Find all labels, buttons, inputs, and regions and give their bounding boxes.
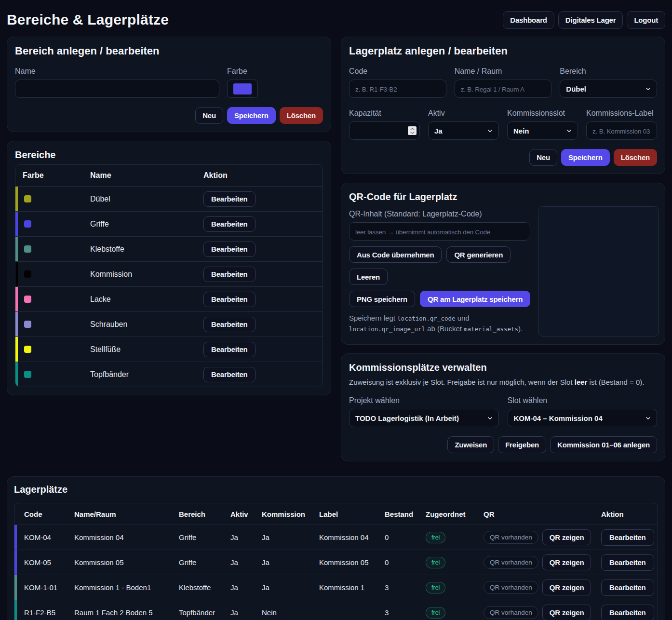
qr-vorhanden-badge[interactable]: QR vorhanden	[484, 556, 538, 569]
zuweisen-button[interactable]: Zuweisen	[447, 436, 494, 453]
bereich-color-swatch	[24, 371, 31, 378]
top-nav: Dashboard Digitales Lager Logout	[503, 11, 665, 29]
bereich-color-swatch	[24, 245, 31, 253]
lagerplatz-name-input[interactable]	[455, 80, 552, 98]
kommission-title: Kommissionsplätze verwalten	[349, 362, 657, 373]
lagerplatz-row-code: KOM-04	[24, 533, 74, 541]
bereich-row-stripe	[15, 262, 18, 286]
bereich-row-stripe	[15, 337, 18, 362]
left-column: Bereich anlegen / bearbeiten Name Farbe …	[7, 37, 331, 395]
lagerplatz-row-bestand: 3	[385, 583, 426, 592]
lagerplatz-bereich-label: Bereich	[560, 67, 657, 76]
lagerplatz-row-stripe	[14, 525, 17, 550]
lagerplatz-slot-select[interactable]: Nein	[507, 121, 578, 140]
lagerplatz-aktiv-select[interactable]: Ja	[428, 121, 499, 140]
number-spinner-icon[interactable]	[408, 126, 417, 135]
bereich-loeschen-button[interactable]: Löschen	[280, 107, 323, 124]
bereich-row-action-cell: Bearbeiten	[203, 292, 323, 307]
lagerplatz-slot-value: Nein	[513, 127, 529, 135]
lagerplatz-row-kommission: Ja	[262, 533, 319, 541]
qr-generieren-button[interactable]: QR generieren	[446, 246, 511, 263]
lagerplatz-row-code: KOM-05	[24, 558, 74, 566]
bereich-row: Topfbänder Bearbeiten	[15, 362, 323, 387]
bereich-name-input[interactable]	[15, 80, 219, 98]
slot-label: Slot wählen	[508, 396, 658, 405]
bereich-row-farbe-cell	[23, 245, 90, 253]
bereich-farbe-swatch	[233, 83, 252, 94]
lagerplatz-code-input[interactable]	[349, 80, 446, 98]
lagerplatz-bereich-field: Bereich Dübel	[560, 67, 657, 98]
lagerplaetze-table: Code Name/Raum Bereich Aktiv Kommission …	[14, 503, 658, 620]
nav-dashboard-button[interactable]: Dashboard	[503, 11, 554, 29]
lagerplatz-aktiv-label: Aktiv	[428, 108, 499, 118]
bereich-row: Lacke Bearbeiten	[15, 286, 323, 311]
lagerplatz-row-zugeordnet-cell: frei	[426, 607, 484, 619]
bereich-bearbeiten-button[interactable]: Bearbeiten	[203, 242, 255, 257]
lagerplatz-bearbeiten-button[interactable]: Bearbeiten	[601, 554, 654, 571]
lagerplatz-klabel-input[interactable]	[586, 121, 657, 140]
bereiche-col-aktion: Aktion	[203, 171, 323, 180]
bereich-row-name: Dübel	[90, 195, 203, 203]
lagerplatz-bereich-value: Dübel	[566, 85, 586, 93]
lagerplatz-row-aktiv: Ja	[230, 558, 262, 566]
qr-aus-code-button[interactable]: Aus Code übernehmen	[349, 246, 442, 263]
bereich-bearbeiten-button[interactable]: Bearbeiten	[203, 191, 255, 207]
lagerplatz-bearbeiten-button[interactable]: Bearbeiten	[601, 605, 654, 620]
lagerplatz-speichern-button[interactable]: Speichern	[561, 149, 610, 166]
kommission-selects: Projekt wählen TODO Lagerlogistik (In Ar…	[349, 396, 657, 427]
bereich-bearbeiten-button[interactable]: Bearbeiten	[203, 267, 255, 282]
qr-save-button[interactable]: QR am Lagerplatz speichern	[420, 291, 530, 307]
lagerplatz-row-bestand: 0	[385, 533, 426, 541]
bereich-bearbeiten-button[interactable]: Bearbeiten	[203, 367, 255, 382]
bereich-form-card: Bereich anlegen / bearbeiten Name Farbe …	[7, 37, 331, 132]
qr-zeigen-button[interactable]: QR zeigen	[542, 529, 591, 545]
bereich-row-name: Topfbänder	[90, 370, 203, 379]
page-title: Bereiche & Lagerplätze	[7, 11, 169, 29]
chevron-down-icon	[645, 416, 651, 421]
projekt-select[interactable]: TODO Lagerlogistik (In Arbeit)	[349, 409, 499, 427]
bereich-neu-button[interactable]: Neu	[195, 107, 223, 124]
bereich-row-action-cell: Bearbeiten	[203, 317, 323, 332]
lagerplatz-row-kommission: Ja	[262, 558, 319, 566]
slot-select[interactable]: KOM-04 – Kommission 04	[508, 409, 658, 427]
bereich-row: Klebstoffe Bearbeiten	[15, 236, 323, 261]
frei-badge: frei	[426, 557, 445, 568]
qr-content-input[interactable]	[349, 222, 530, 241]
bereich-row-name: Griffe	[90, 220, 203, 229]
nav-logout-button[interactable]: Logout	[627, 11, 665, 29]
lagerplatz-bearbeiten-button[interactable]: Bearbeiten	[601, 580, 654, 596]
col-zugeordnet: Zugeordnet	[426, 510, 484, 518]
qr-zeigen-button[interactable]: QR zeigen	[542, 605, 591, 620]
lagerplatz-row: KOM-05 Kommission 05 Griffe Ja Ja Kommis…	[14, 550, 658, 575]
col-qr: QR	[484, 510, 601, 518]
lagerplatz-bereich-select[interactable]: Dübel	[560, 80, 657, 98]
qr-png-speichern-button[interactable]: PNG speichern	[349, 291, 415, 307]
bereich-row-stripe	[15, 312, 18, 337]
qr-zeigen-button[interactable]: QR zeigen	[542, 554, 591, 570]
qr-card: QR-Code für Lagerplatz QR-Inhalt (Standa…	[341, 183, 665, 345]
page: Bereiche & Lagerplätze Dashboard Digital…	[0, 0, 672, 620]
lagerplatz-bearbeiten-button[interactable]: Bearbeiten	[601, 529, 654, 546]
lagerplatz-kapazitaet-field: Kapazität	[349, 108, 420, 140]
kommission-anlegen-button[interactable]: Kommission 01–06 anlegen	[550, 436, 657, 453]
lagerplatz-loeschen-button[interactable]: Löschen	[614, 149, 657, 166]
bereich-row-stripe	[15, 212, 18, 236]
qr-vorhanden-badge[interactable]: QR vorhanden	[484, 531, 538, 544]
bereich-speichern-button[interactable]: Speichern	[227, 107, 276, 124]
qr-vorhanden-badge[interactable]: QR vorhanden	[484, 581, 538, 594]
lagerplatz-neu-button[interactable]: Neu	[529, 149, 557, 166]
qr-zeigen-button[interactable]: QR zeigen	[542, 580, 591, 595]
bereich-farbe-color-input[interactable]	[227, 80, 258, 98]
qr-vorhanden-badge[interactable]: QR vorhanden	[484, 606, 538, 619]
bereich-bearbeiten-button[interactable]: Bearbeiten	[203, 292, 255, 307]
freigeben-button[interactable]: Freigeben	[498, 436, 546, 453]
bereich-bearbeiten-button[interactable]: Bearbeiten	[203, 317, 255, 332]
nav-digitales-lager-button[interactable]: Digitales Lager	[558, 11, 623, 29]
lagerplatz-row-bereich: Topfbänder	[179, 608, 230, 617]
chevron-down-icon	[645, 86, 651, 92]
bereich-row-farbe-cell	[23, 346, 90, 353]
qr-leeren-button[interactable]: Leeren	[349, 269, 388, 285]
bereich-bearbeiten-button[interactable]: Bearbeiten	[203, 216, 255, 232]
bereich-row-farbe-cell	[23, 371, 90, 378]
bereich-bearbeiten-button[interactable]: Bearbeiten	[203, 342, 255, 357]
